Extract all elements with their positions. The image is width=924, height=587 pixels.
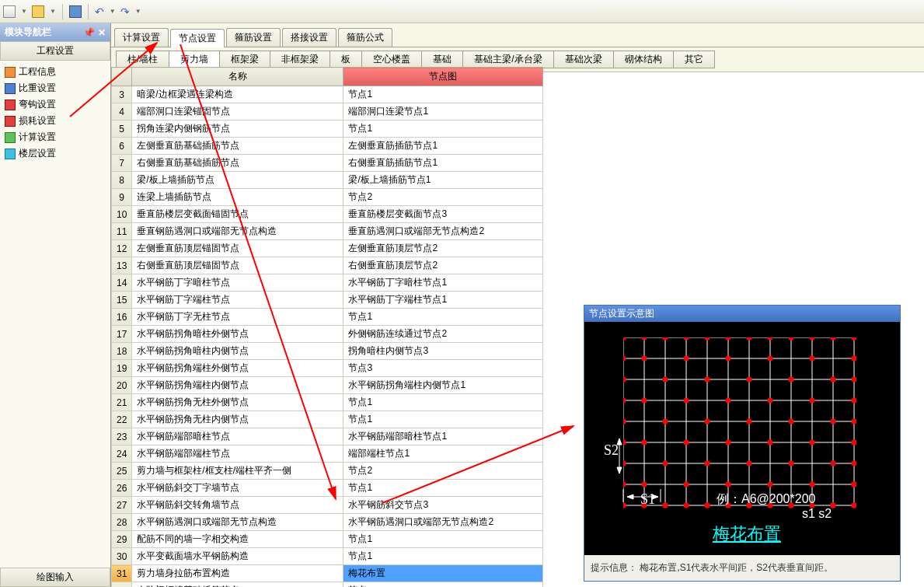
row-value[interactable]: 梁/板上墙插筋节点1	[343, 172, 543, 189]
row-value[interactable]: 节点1	[343, 121, 543, 138]
table-row[interactable]: 28水平钢筋遇洞口或端部无节点构造水平钢筋遇洞口或端部无节点构造2	[112, 514, 543, 531]
row-value[interactable]: 端部洞口连梁节点1	[343, 103, 543, 121]
row-value[interactable]: 节点1	[343, 411, 543, 428]
table-row[interactable]: 24水平钢筋端部端柱节点端部端柱节点1	[112, 445, 543, 463]
secondary-tab[interactable]: 柱/墙柱	[116, 51, 169, 68]
row-value[interactable]: 水平钢筋丁字暗柱节点1	[343, 274, 543, 292]
secondary-tab[interactable]: 其它	[673, 51, 715, 68]
table-row[interactable]: 11垂直钢筋遇洞口或端部无节点构造垂直筋遇洞口或端部无节点构造2	[112, 223, 543, 240]
table-row[interactable]: 12左侧垂直筋顶层锚固节点左侧垂直筋顶层节点2	[112, 240, 543, 257]
row-value[interactable]: 节点2	[343, 189, 543, 206]
table-row[interactable]: 15水平钢筋丁字端柱节点水平钢筋丁字端柱节点1	[112, 292, 543, 309]
row-value[interactable]: 水平钢筋端部暗柱节点1	[343, 428, 543, 445]
save-icon[interactable]	[69, 5, 82, 18]
nav-item[interactable]: 计算设置	[2, 129, 109, 145]
table-row[interactable]: 10垂直筋楼层变截面锚固节点垂直筋楼层变截面节点3	[112, 206, 543, 223]
table-row[interactable]: 16水平钢筋丁字无柱节点节点1	[112, 309, 543, 326]
table-row[interactable]: 22水平钢筋拐角无柱内侧节点节点1	[112, 411, 543, 428]
row-value[interactable]: 水平钢筋拐角端柱内侧节点1	[343, 377, 543, 394]
redo-icon[interactable]: ↷	[120, 5, 130, 18]
table-row[interactable]: 20水平钢筋拐角端柱内侧节点水平钢筋拐角端柱内侧节点1	[112, 377, 543, 394]
row-value[interactable]: 节点2	[343, 463, 543, 480]
nav-item[interactable]: 工程信息	[2, 64, 109, 80]
table-row[interactable]: 17水平钢筋拐角暗柱外侧节点外侧钢筋连续通过节点2	[112, 326, 543, 343]
secondary-tab[interactable]: 砌体结构	[613, 51, 674, 68]
table-row[interactable]: 25剪力墙与框架柱/框支柱/端柱平齐一侧节点2	[112, 463, 543, 480]
row-value[interactable]: 垂直筋楼层变截面节点3	[343, 206, 543, 223]
row-value[interactable]: 左侧垂直筋顶层节点2	[343, 240, 543, 257]
secondary-tab[interactable]: 基础主梁/承台梁	[462, 51, 553, 68]
table-row[interactable]: 21水平钢筋拐角无柱外侧节点节点1	[112, 394, 543, 411]
primary-tab[interactable]: 节点设置	[170, 29, 225, 47]
row-value[interactable]: 右侧垂直筋顶层节点2	[343, 257, 543, 274]
table-row[interactable]: 7右侧垂直筋基础插筋节点右侧垂直筋插筋节点1	[112, 155, 543, 172]
row-value[interactable]: 节点1	[343, 86, 543, 103]
row-value[interactable]: 拐角暗柱内侧节点3	[343, 343, 543, 360]
table-row[interactable]: 23水平钢筋端部暗柱节点水平钢筋端部暗柱节点1	[112, 428, 543, 445]
new-file-icon[interactable]	[3, 5, 16, 18]
row-value[interactable]: 节点1	[343, 309, 543, 326]
dropdown-icon[interactable]: ▼	[21, 8, 27, 15]
nav-item[interactable]: 楼层设置	[2, 145, 109, 162]
table-row[interactable]: 6左侧垂直筋基础插筋节点左侧垂直筋插筋节点1	[112, 138, 543, 155]
section-header[interactable]: 工程设置	[0, 41, 110, 61]
secondary-tab[interactable]: 基础	[421, 51, 463, 68]
table-row[interactable]: 19水平钢筋拐角端柱外侧节点节点3	[112, 360, 543, 377]
primary-tab[interactable]: 搭接设置	[282, 28, 336, 47]
table-row[interactable]: 29配筋不同的墙一字相交构造节点1	[112, 531, 543, 548]
primary-tab[interactable]: 计算设置	[114, 28, 169, 47]
table-row[interactable]: 8梁/板上墙插筋节点梁/板上墙插筋节点1	[112, 172, 543, 189]
table-row[interactable]: 9连梁上墙插筋节点节点2	[112, 189, 543, 206]
secondary-tab[interactable]: 基础次梁	[553, 51, 614, 68]
primary-tab[interactable]: 箍筋设置	[226, 28, 281, 47]
row-value[interactable]: 梅花布置	[343, 565, 543, 582]
row-name: 水平钢筋拐角暗柱内侧节点	[132, 343, 343, 360]
row-name: 垂直筋楼层变截面锚固节点	[132, 206, 343, 223]
row-value[interactable]: 左侧垂直筋插筋节点1	[343, 138, 543, 155]
table-row[interactable]: 18水平钢筋拐角暗柱内侧节点拐角暗柱内侧节点3	[112, 343, 543, 360]
row-value[interactable]: 节点一	[343, 582, 543, 588]
secondary-tab[interactable]: 板	[330, 51, 362, 68]
nav-item[interactable]: 弯钩设置	[2, 96, 109, 113]
row-value[interactable]: 节点1	[343, 394, 543, 411]
close-icon[interactable]: ✕	[98, 27, 106, 38]
nav-item[interactable]: 损耗设置	[2, 113, 109, 129]
dropdown-icon[interactable]: ▼	[135, 8, 141, 15]
row-value[interactable]: 外侧钢筋连续通过节点2	[343, 326, 543, 343]
secondary-tab[interactable]: 框架梁	[219, 51, 270, 68]
table-row[interactable]: 32人防门框墙基础插筋节点节点一	[112, 582, 543, 588]
table-row[interactable]: 27水平钢筋斜交转角墙节点水平钢筋斜交节点3	[112, 497, 543, 514]
row-value[interactable]: 端部端柱节点1	[343, 445, 543, 463]
row-value[interactable]: 节点1	[343, 531, 543, 548]
open-file-icon[interactable]	[32, 5, 44, 18]
row-number: 31	[112, 565, 132, 582]
table-row[interactable]: 3暗梁/边框梁遇连梁构造节点1	[112, 86, 543, 103]
dropdown-icon[interactable]: ▼	[50, 8, 56, 15]
row-value[interactable]: 节点1	[343, 480, 543, 497]
table-row[interactable]: 14水平钢筋丁字暗柱节点水平钢筋丁字暗柱节点1	[112, 274, 543, 292]
table-row[interactable]: 4端部洞口连梁锚固节点端部洞口连梁节点1	[112, 103, 543, 121]
dropdown-icon[interactable]: ▼	[110, 8, 116, 15]
row-value[interactable]: 节点1	[343, 548, 543, 565]
row-value[interactable]: 水平钢筋遇洞口或端部无节点构造2	[343, 514, 543, 531]
primary-tab[interactable]: 箍筋公式	[338, 28, 392, 47]
nav-item[interactable]: 比重设置	[2, 80, 109, 96]
undo-icon[interactable]: ↶	[95, 5, 104, 18]
pin-icon[interactable]: 📌	[83, 27, 95, 38]
row-value[interactable]: 节点3	[343, 360, 543, 377]
secondary-tab[interactable]: 空心楼盖	[361, 51, 422, 68]
secondary-tab[interactable]: 剪力墙	[169, 51, 220, 68]
table-row[interactable]: 5拐角连梁内侧钢筋节点节点1	[112, 121, 543, 138]
row-value[interactable]: 垂直筋遇洞口或端部无节点构造2	[343, 223, 543, 240]
row-value[interactable]: 水平钢筋斜交节点3	[343, 497, 543, 514]
draw-input-button[interactable]: 绘图输入	[0, 568, 110, 587]
table-row[interactable]: 13右侧垂直筋顶层锚固节点右侧垂直筋顶层节点2	[112, 257, 543, 274]
table-row[interactable]: 30水平变截面墙水平钢筋构造节点1	[112, 548, 543, 565]
row-value[interactable]: 水平钢筋丁字端柱节点1	[343, 292, 543, 309]
secondary-tab[interactable]: 非框架梁	[270, 51, 330, 68]
table-row[interactable]: 31剪力墙身拉筋布置构造梅花布置	[112, 565, 543, 582]
table-row[interactable]: 26水平钢筋斜交丁字墙节点节点1	[112, 480, 543, 497]
nav-item-label: 弯钩设置	[19, 98, 56, 111]
layout-link[interactable]: 梅花布置	[713, 522, 781, 546]
row-value[interactable]: 右侧垂直筋插筋节点1	[343, 155, 543, 172]
